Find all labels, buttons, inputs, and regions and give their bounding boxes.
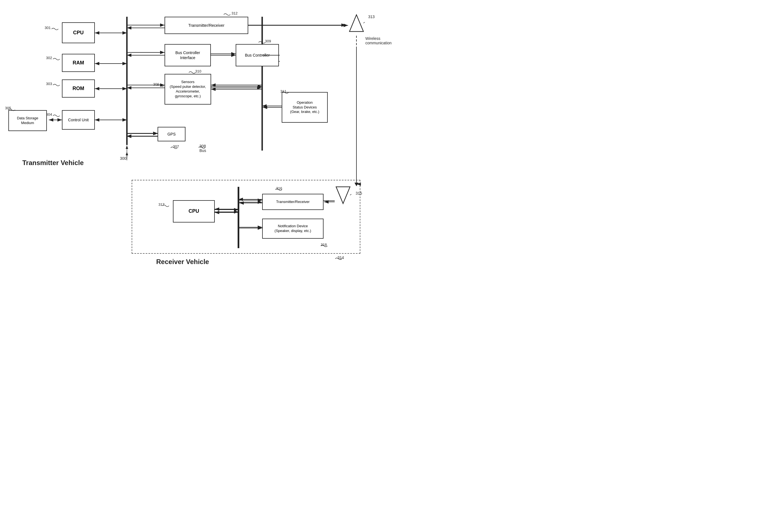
notification-318-label: Notification Device (Speaker, display, e… xyxy=(275,224,311,233)
ref-315: 315 xyxy=(356,191,362,195)
arrow-300 xyxy=(123,150,131,159)
ref-302: 302 xyxy=(46,56,52,60)
squiggle-312 xyxy=(223,12,231,17)
bus-controller-309-box: Bus Controller xyxy=(236,44,279,66)
ram-302-box: RAM xyxy=(62,54,95,72)
antenna-315 xyxy=(335,184,352,206)
ref-301: 301 xyxy=(45,26,51,30)
cpu-317-label: CPU xyxy=(189,208,199,215)
squiggle-317 xyxy=(162,203,170,208)
receiver-vehicle-label: Receiver Vehicle xyxy=(156,258,209,266)
bus-controller-interface-310-label: Bus Controller Interface xyxy=(175,50,200,60)
transmitter-receiver-312-label: Transmitter/Receiver xyxy=(188,23,224,28)
control-unit-304-label: Control Unit xyxy=(68,117,89,122)
gps-307-box: GPS xyxy=(158,127,186,141)
squiggle-306 xyxy=(157,83,165,88)
cpu-301-label: CPU xyxy=(73,30,84,36)
data-storage-305-label: Data Storage Medium xyxy=(17,116,38,125)
operation-status-311-label: Operation Status Devices (Gear, brake, e… xyxy=(290,101,319,115)
squiggle-311 xyxy=(281,90,289,95)
squiggle-308 xyxy=(198,145,206,150)
squiggle-316 xyxy=(275,187,283,192)
data-storage-305-box: Data Storage Medium xyxy=(8,110,47,131)
squiggle-301 xyxy=(51,27,59,31)
rom-303-label: ROM xyxy=(73,85,84,92)
squiggle-318 xyxy=(320,244,329,248)
notification-318-box: Notification Device (Speaker, display, e… xyxy=(262,219,324,239)
antenna-313 xyxy=(348,13,365,36)
squiggle-314 xyxy=(335,256,343,261)
transmitter-receiver-316-box: Transmitter/Receiver xyxy=(262,194,324,210)
squiggle-302 xyxy=(52,57,61,61)
diagram: CPU 301 RAM 302 ROM 303 Control Unit 304… xyxy=(0,0,392,266)
squiggle-303 xyxy=(52,83,61,87)
operation-status-311-box: Operation Status Devices (Gear, brake, e… xyxy=(282,92,328,123)
transmitter-receiver-316-label: Transmitter/Receiver xyxy=(276,200,310,204)
bus-controller-interface-310-box: Bus Controller Interface xyxy=(165,44,211,66)
ram-302-label: RAM xyxy=(73,60,84,66)
wireless-label: Wireless communication xyxy=(365,36,392,45)
ref-304: 304 xyxy=(46,112,52,116)
ref-313: 313 xyxy=(368,15,374,19)
transmitter-receiver-312-box: Transmitter/Receiver xyxy=(165,17,248,34)
sensors-306-box: Sensors (Speed pulse detector, Accelerom… xyxy=(165,74,211,105)
ref-303: 303 xyxy=(46,82,52,86)
cpu-317-box: CPU xyxy=(173,200,215,223)
control-unit-304-box: Control Unit xyxy=(62,110,95,130)
cpu-301-box: CPU xyxy=(62,22,95,43)
transmitter-vehicle-label: Transmitter Vehicle xyxy=(22,159,84,167)
squiggle-305 xyxy=(8,108,16,112)
squiggle-307 xyxy=(170,145,178,150)
receiver-bus-line xyxy=(237,187,239,248)
rom-303-box: ROM xyxy=(62,80,95,97)
svg-marker-34 xyxy=(336,187,350,203)
svg-marker-32 xyxy=(349,15,363,31)
squiggle-304 xyxy=(52,113,61,118)
gps-307-label: GPS xyxy=(167,132,176,137)
ref-312: 312 xyxy=(231,11,237,15)
sensors-306-label: Sensors (Speed pulse detector, Accelerom… xyxy=(170,80,206,99)
squiggle-309 xyxy=(258,40,267,82)
